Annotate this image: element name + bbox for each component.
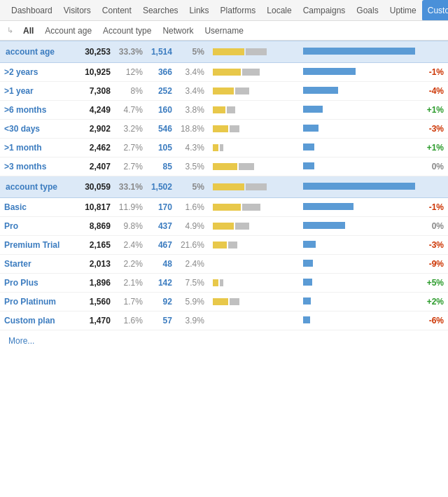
row-conv-link[interactable]: 437 — [158, 221, 172, 231]
row-link[interactable]: >2 years — [4, 67, 38, 77]
subnav-account-type[interactable]: Account type — [97, 26, 157, 36]
row-conv-link[interactable]: 57 — [163, 316, 172, 326]
nav-goals[interactable]: Goals — [351, 0, 384, 21]
row-visits-pct: 12% — [115, 63, 147, 82]
subnav-account-age[interactable]: Account age — [39, 26, 97, 36]
row-label: Basic — [0, 198, 76, 217]
nav-dashboard[interactable]: Dashboard — [6, 0, 58, 21]
row-bars — [209, 101, 299, 120]
section-link-account-type[interactable]: account type — [6, 182, 57, 192]
row-bigbar — [299, 158, 421, 176]
nav-locale[interactable]: Locale — [261, 0, 297, 21]
row-conv: 546 — [147, 120, 176, 139]
row-change: +5% — [421, 274, 448, 293]
row-link[interactable]: >1 year — [4, 86, 34, 96]
row-label: >1 year — [0, 82, 76, 101]
row-link[interactable]: Starter — [4, 259, 31, 269]
row-link[interactable]: Pro Platinum — [4, 297, 56, 307]
row-visits: 2,902 — [76, 120, 115, 139]
nav-content[interactable]: Content — [97, 0, 137, 21]
row-bars — [209, 82, 299, 101]
row-bigbar — [299, 63, 421, 82]
row-conv-link[interactable]: 48 — [163, 259, 172, 269]
nav-uptime[interactable]: Uptime — [384, 0, 422, 21]
section-visits-pct-account-age: 33.3% — [115, 41, 147, 63]
row-conv: 142 — [147, 274, 176, 293]
section-visits-account-age: 30,253 — [76, 41, 115, 63]
row-link[interactable]: Custom plan — [4, 316, 55, 326]
section-bars-account-age — [209, 41, 299, 63]
nav-links[interactable]: Links — [184, 0, 215, 21]
nav-campaigns[interactable]: Campaigns — [298, 0, 351, 21]
row-visits: 2,462 — [76, 139, 115, 158]
row-bigbar — [299, 82, 421, 101]
subnav-all[interactable]: All — [18, 26, 39, 36]
more-link[interactable]: More... — [0, 330, 448, 351]
row-visits: 2,407 — [76, 158, 115, 176]
row-link[interactable]: Pro Plus — [4, 278, 38, 288]
row-bars — [209, 312, 299, 330]
row-bigbar — [299, 255, 421, 274]
section-conv-account-age: 1,514 — [147, 41, 176, 63]
table-row: >2 years 10,925 12% 366 3.4% -1% — [0, 63, 448, 82]
section-link-account-age[interactable]: account age — [6, 47, 55, 57]
row-change: -9% — [421, 255, 448, 274]
row-link[interactable]: Basic — [4, 202, 27, 212]
table-row: Premium Trial 2,165 2.4% 467 21.6% -3% — [0, 236, 448, 255]
row-label: Custom plan — [0, 312, 76, 330]
row-conv: 366 — [147, 63, 176, 82]
table-row: Basic 10,817 11.9% 170 1.6% -1% — [0, 198, 448, 217]
table-row: Pro Plus 1,896 2.1% 142 7.5% +5% — [0, 274, 448, 293]
section-bigbar-account-age — [299, 41, 421, 63]
nav-custom[interactable]: Custom — [422, 0, 448, 21]
row-conv-link[interactable]: 252 — [158, 86, 172, 96]
row-change: 0% — [421, 158, 448, 176]
row-bars — [209, 293, 299, 312]
row-conv-link[interactable]: 160 — [158, 105, 172, 115]
row-link[interactable]: Premium Trial — [4, 240, 59, 250]
row-conv-link[interactable]: 546 — [158, 124, 172, 134]
row-conv: 437 — [147, 217, 176, 236]
row-conv: 48 — [147, 255, 176, 274]
row-change: -1% — [421, 63, 448, 82]
subnav-username[interactable]: Username — [199, 26, 248, 36]
row-conv: 252 — [147, 82, 176, 101]
row-conv-pct: 4.9% — [176, 217, 209, 236]
row-visits: 8,869 — [76, 217, 115, 236]
row-bigbar — [299, 274, 421, 293]
row-visits-pct: 2.2% — [115, 255, 147, 274]
row-link[interactable]: Pro — [4, 221, 18, 231]
row-bigbar — [299, 217, 421, 236]
row-conv-link[interactable]: 366 — [158, 67, 172, 77]
section-header-account-age: account age 30,253 33.3% 1,514 5% — [0, 41, 448, 63]
row-conv-pct: 4.3% — [176, 139, 209, 158]
row-visits-pct: 4.7% — [115, 101, 147, 120]
section-change-account-type — [421, 176, 448, 198]
row-link[interactable]: >6 months — [4, 105, 46, 115]
nav-visitors[interactable]: Visitors — [58, 0, 97, 21]
row-visits-pct: 1.6% — [115, 312, 147, 330]
stats-table: account age 30,253 33.3% 1,514 5% >2 yea… — [0, 41, 448, 330]
row-conv-link[interactable]: 105 — [158, 143, 172, 153]
row-link[interactable]: >3 months — [4, 162, 46, 172]
nav-searches[interactable]: Searches — [137, 0, 184, 21]
section-change-account-age — [421, 41, 448, 63]
row-link[interactable]: >1 month — [4, 143, 42, 153]
table-row: >1 month 2,462 2.7% 105 4.3% +1% — [0, 139, 448, 158]
row-conv: 170 — [147, 198, 176, 217]
nav-platforms[interactable]: Platforms — [215, 0, 262, 21]
row-conv-link[interactable]: 142 — [158, 278, 172, 288]
row-conv-link[interactable]: 85 — [163, 162, 172, 172]
row-conv-link[interactable]: 170 — [158, 202, 172, 212]
row-change: +1% — [421, 139, 448, 158]
row-visits-pct: 2.4% — [115, 236, 147, 255]
row-conv: 467 — [147, 236, 176, 255]
row-change: -6% — [421, 312, 448, 330]
row-bars — [209, 236, 299, 255]
row-conv-link[interactable]: 467 — [158, 240, 172, 250]
row-link[interactable]: <30 days — [4, 124, 40, 134]
table-row: <30 days 2,902 3.2% 546 18.8% -3% — [0, 120, 448, 139]
subnav-network[interactable]: Network — [157, 26, 199, 36]
row-label: >6 months — [0, 101, 76, 120]
row-conv-link[interactable]: 92 — [163, 297, 172, 307]
